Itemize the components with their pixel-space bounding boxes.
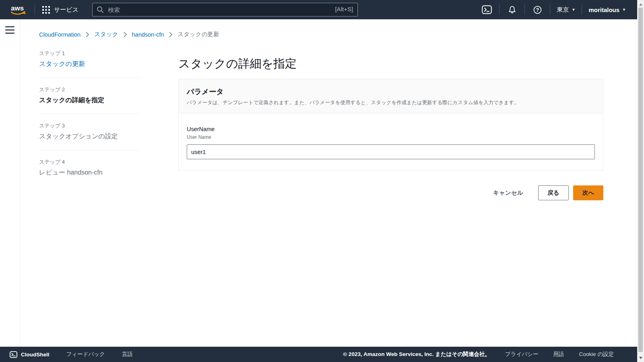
hamburger-menu-icon[interactable] bbox=[5, 26, 20, 34]
global-search: [Alt+S] bbox=[92, 3, 358, 16]
caret-down-icon: ▼ bbox=[622, 8, 626, 12]
footer-right-links: © 2023, Amazon Web Services, Inc. またはその関… bbox=[343, 351, 614, 358]
step-number: ステップ 4 bbox=[39, 158, 139, 166]
region-label: 東京 bbox=[557, 6, 569, 14]
footer-feedback-link[interactable]: フィードバック bbox=[66, 351, 105, 358]
aws-logo-icon: aws bbox=[9, 4, 27, 16]
caret-down-icon: ▼ bbox=[572, 8, 575, 12]
bell-icon bbox=[508, 5, 517, 14]
chevron-right-icon bbox=[86, 32, 89, 37]
wizard-step-4: ステップ 4 レビュー handson-cfn bbox=[39, 158, 139, 177]
svg-text:aws: aws bbox=[11, 4, 24, 12]
question-circle-icon: ? bbox=[533, 5, 542, 14]
wizard-actions: キャンセル 戻る 次へ bbox=[178, 185, 603, 200]
aws-logo[interactable]: aws bbox=[9, 4, 27, 16]
username-field-label: UserName bbox=[187, 126, 595, 132]
username-input[interactable] bbox=[187, 144, 595, 159]
footer-privacy-link[interactable]: プライバシー bbox=[505, 351, 539, 358]
breadcrumb-stack-name[interactable]: handson-cfn bbox=[132, 31, 164, 38]
search-icon bbox=[97, 6, 104, 15]
footer-copyright: © 2023, Amazon Web Services, Inc. またはその関… bbox=[343, 351, 490, 358]
grid-icon bbox=[42, 6, 50, 14]
back-button[interactable]: 戻る bbox=[538, 185, 568, 200]
nav-divider bbox=[582, 4, 582, 15]
wizard-step-3: ステップ 3 スタックオプションの設定 bbox=[39, 122, 139, 141]
account-label: moritalous bbox=[588, 6, 619, 13]
username-field-description: User Name bbox=[187, 134, 595, 140]
cloudshell-icon bbox=[10, 351, 17, 358]
search-input[interactable] bbox=[92, 3, 358, 16]
parameters-card-header: パラメータ パラメータは、テンプレートで定義されます。また、パラメータを使用する… bbox=[179, 79, 603, 113]
breadcrumb-current: スタックの更新 bbox=[178, 31, 219, 38]
nav-divider bbox=[524, 4, 525, 15]
chevron-right-icon bbox=[169, 32, 172, 37]
cloudshell-icon bbox=[482, 5, 492, 14]
step-stack-options: スタックオプションの設定 bbox=[39, 132, 139, 141]
parameters-card: パラメータ パラメータは、テンプレートで定義されます。また、パラメータを使用する… bbox=[178, 79, 603, 171]
footer-language-link[interactable]: 言語 bbox=[122, 351, 133, 358]
next-button[interactable]: 次へ bbox=[573, 185, 603, 200]
parameters-card-body: UserName User Name bbox=[179, 113, 603, 170]
step-number: ステップ 2 bbox=[39, 86, 139, 93]
side-navigation-strip bbox=[0, 19, 20, 347]
help-button[interactable]: ? bbox=[531, 5, 543, 14]
page-title: スタックの詳細を指定 bbox=[178, 56, 297, 72]
cloudshell-button[interactable] bbox=[481, 5, 493, 14]
step-current-specify-details: スタックの詳細を指定 bbox=[39, 96, 139, 105]
region-selector[interactable]: 東京 ▼ bbox=[557, 6, 575, 14]
navbar-right-controls: ? 東京 ▼ moritalous ▼ bbox=[481, 4, 626, 15]
nav-divider bbox=[499, 4, 500, 15]
step-link-update-stack[interactable]: スタックの更新 bbox=[39, 60, 139, 68]
search-shortcut-hint: [Alt+S] bbox=[335, 6, 353, 12]
nav-divider bbox=[35, 4, 35, 15]
services-label: サービス bbox=[54, 6, 78, 14]
step-number: ステップ 1 bbox=[39, 50, 139, 57]
step-number: ステップ 3 bbox=[39, 122, 139, 130]
top-navbar: aws サービス [Alt+S] bbox=[0, 0, 637, 19]
chevron-right-icon bbox=[124, 32, 127, 37]
scrollbar-up-arrow[interactable] bbox=[637, 1, 644, 8]
cancel-button[interactable]: キャンセル bbox=[493, 189, 523, 197]
vertical-scrollbar[interactable] bbox=[637, 0, 644, 362]
step-review: レビュー handson-cfn bbox=[39, 169, 139, 177]
breadcrumb: CloudFormation スタック handson-cfn スタックの更新 bbox=[39, 31, 219, 38]
wizard-step-2: ステップ 2 スタックの詳細を指定 bbox=[39, 86, 139, 105]
wizard-step-1: ステップ 1 スタックの更新 bbox=[39, 50, 139, 68]
console-footer: CloudShell フィードバック 言語 © 2023, Amazon Web… bbox=[0, 347, 637, 362]
footer-cookie-settings-link[interactable]: Cookie の設定 bbox=[579, 351, 614, 358]
parameters-title: パラメータ bbox=[187, 87, 595, 97]
divider bbox=[39, 114, 139, 114]
scrollbar-down-arrow[interactable] bbox=[637, 354, 644, 361]
svg-text:?: ? bbox=[536, 7, 539, 12]
parameters-description: パラメータは、テンプレートで定義されます。また、パラメータを使用すると、スタック… bbox=[187, 99, 595, 106]
footer-cloudshell-button[interactable]: CloudShell bbox=[10, 351, 50, 358]
scrollbar-thumb[interactable] bbox=[638, 8, 643, 352]
main-content-area: CloudFormation スタック handson-cfn スタックの更新 … bbox=[20, 19, 637, 347]
footer-cloudshell-label: CloudShell bbox=[21, 352, 50, 358]
breadcrumb-stacks[interactable]: スタック bbox=[94, 31, 118, 38]
divider bbox=[39, 78, 139, 78]
breadcrumb-cloudformation[interactable]: CloudFormation bbox=[39, 31, 80, 38]
nav-divider bbox=[550, 4, 550, 15]
services-menu-button[interactable]: サービス bbox=[42, 6, 78, 14]
notifications-button[interactable] bbox=[506, 5, 518, 14]
wizard-steps-nav: ステップ 1 スタックの更新 ステップ 2 スタックの詳細を指定 ステップ 3 … bbox=[39, 50, 139, 177]
divider bbox=[39, 150, 139, 150]
footer-terms-link[interactable]: 用語 bbox=[553, 351, 564, 358]
account-menu[interactable]: moritalous ▼ bbox=[588, 6, 626, 13]
